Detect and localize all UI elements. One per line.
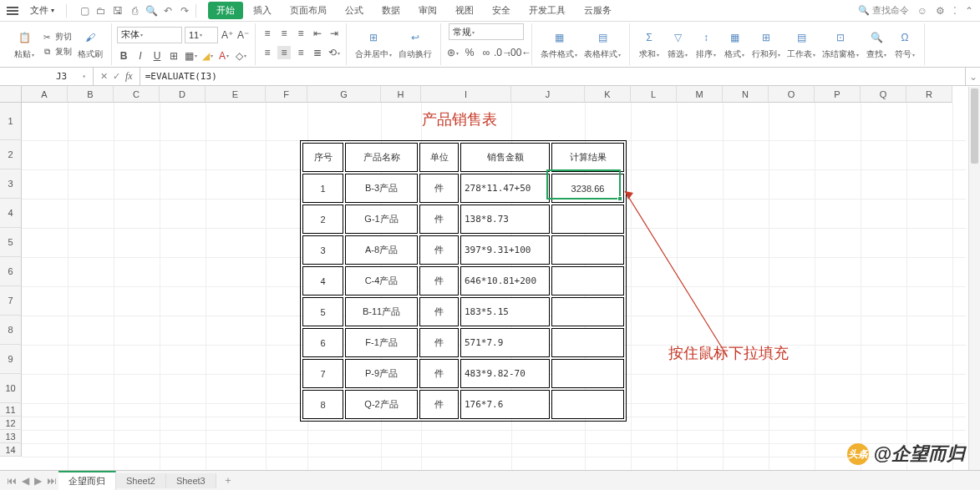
cell-unit[interactable]: 件 bbox=[419, 390, 459, 419]
table-row[interactable]: 3A-8产品件397*9.31+100 bbox=[302, 235, 624, 265]
tab-data[interactable]: 数据 bbox=[373, 2, 409, 19]
tab-developer[interactable]: 开发工具 bbox=[520, 2, 574, 19]
column-header[interactable]: L bbox=[631, 86, 677, 103]
merge-button[interactable]: ⊞合并居中 bbox=[352, 27, 395, 62]
new-icon[interactable]: ▢ bbox=[79, 5, 90, 17]
column-header[interactable]: A bbox=[22, 86, 68, 103]
collapse-icon[interactable]: ⌃ bbox=[965, 5, 973, 17]
cell-result[interactable] bbox=[551, 266, 624, 296]
decrease-decimal-icon[interactable]: .00← bbox=[513, 46, 526, 59]
cell-expr[interactable]: 176*7.6 bbox=[460, 390, 550, 419]
table-row[interactable]: 7P-9产品件483*9.82-70 bbox=[302, 359, 624, 388]
percent-icon[interactable]: % bbox=[463, 46, 476, 59]
cell-unit[interactable]: 件 bbox=[419, 174, 459, 203]
print-icon[interactable]: ⎙ bbox=[129, 5, 140, 17]
cell-result[interactable] bbox=[551, 205, 624, 234]
orientation-icon[interactable]: ⟲ bbox=[328, 46, 341, 59]
column-header[interactable]: Q bbox=[861, 86, 906, 103]
fill-color-icon[interactable]: ◢ bbox=[201, 49, 214, 63]
justify-icon[interactable]: ≣ bbox=[311, 46, 324, 59]
column-header[interactable]: G bbox=[307, 86, 381, 103]
cell-name[interactable]: F-1产品 bbox=[345, 328, 418, 357]
spreadsheet-grid[interactable]: ABCDEFGHIJKLMNOPQR 1234567891011121314 产… bbox=[0, 86, 980, 470]
align-left-icon[interactable]: ≡ bbox=[261, 46, 274, 59]
cell-no[interactable]: 4 bbox=[302, 266, 343, 296]
tab-view[interactable]: 视图 bbox=[447, 2, 482, 19]
cell-no[interactable]: 3 bbox=[302, 235, 343, 265]
accept-formula-icon[interactable]: ✓ bbox=[113, 71, 120, 82]
formula-input[interactable]: =EVALUATE(I3) bbox=[140, 68, 965, 85]
fill-handle[interactable] bbox=[617, 196, 622, 201]
column-header[interactable]: O bbox=[769, 86, 815, 103]
cell-unit[interactable]: 件 bbox=[419, 205, 459, 234]
font-name-select[interactable]: 宋体 bbox=[117, 27, 182, 43]
column-header[interactable]: J bbox=[511, 86, 585, 103]
tab-formula[interactable]: 公式 bbox=[337, 2, 372, 19]
sheet-tab-3[interactable]: Sheet3 bbox=[166, 473, 216, 488]
cell-name[interactable]: P-9产品 bbox=[345, 359, 418, 388]
cell-unit[interactable]: 件 bbox=[419, 297, 459, 326]
cell-expr[interactable]: 571*7.9 bbox=[460, 328, 550, 357]
minimize-ribbon-icon[interactable]: ⁚ bbox=[953, 5, 957, 17]
cell-expr[interactable]: 278*11.47+50 bbox=[460, 174, 550, 203]
row-header[interactable]: 1 bbox=[0, 103, 22, 140]
cell-expr[interactable]: 646*10.81+200 bbox=[460, 266, 550, 296]
rowcol-button[interactable]: ⊞行和列 bbox=[749, 27, 784, 62]
row-header[interactable]: 9 bbox=[0, 345, 22, 374]
cell-unit[interactable]: 件 bbox=[419, 266, 459, 296]
paste-button[interactable]: 📋粘贴 bbox=[10, 27, 38, 62]
cell-no[interactable]: 1 bbox=[302, 174, 343, 203]
select-all-corner[interactable] bbox=[0, 86, 22, 103]
indent-decrease-icon[interactable]: ⇤ bbox=[311, 27, 324, 40]
filter-button[interactable]: ▽筛选 bbox=[663, 27, 692, 62]
cell-result[interactable] bbox=[551, 235, 624, 265]
cell-result[interactable] bbox=[551, 390, 624, 419]
table-row[interactable]: 8Q-2产品件176*7.6 bbox=[302, 390, 624, 419]
sheet-tab-2[interactable]: Sheet2 bbox=[116, 473, 166, 488]
align-bottom-icon[interactable]: ≡ bbox=[294, 27, 307, 40]
row-header[interactable]: 2 bbox=[0, 140, 22, 169]
cell-no[interactable]: 8 bbox=[302, 390, 343, 419]
column-header[interactable]: E bbox=[206, 86, 266, 103]
column-header[interactable]: R bbox=[906, 86, 952, 103]
cut-button[interactable]: ✂剪切 bbox=[38, 30, 74, 43]
currency-icon[interactable]: ⊛ bbox=[446, 46, 460, 59]
cell-no[interactable]: 2 bbox=[302, 205, 343, 234]
cell-result[interactable] bbox=[551, 297, 624, 326]
cell-name[interactable]: Q-2产品 bbox=[345, 390, 418, 419]
column-header[interactable]: C bbox=[114, 86, 160, 103]
decrease-font-icon[interactable]: A⁻ bbox=[236, 28, 250, 42]
expand-formula-bar-icon[interactable]: ⌄ bbox=[965, 68, 980, 85]
cell-expr[interactable]: 183*5.15 bbox=[460, 297, 550, 326]
smile-icon[interactable]: ☺ bbox=[917, 5, 927, 17]
tab-pagelayout[interactable]: 页面布局 bbox=[282, 2, 335, 19]
table-row[interactable]: 6F-1产品件571*7.9 bbox=[302, 328, 624, 357]
row-header[interactable]: 4 bbox=[0, 199, 22, 228]
cell-result[interactable] bbox=[551, 359, 624, 388]
cell-no[interactable]: 6 bbox=[302, 328, 343, 357]
find-button[interactable]: 🔍查找 bbox=[862, 27, 891, 62]
tab-nav-last-icon[interactable]: ⏭ bbox=[47, 475, 57, 487]
file-menu[interactable]: 文件 bbox=[23, 3, 61, 18]
column-header[interactable]: H bbox=[381, 86, 421, 103]
row-header[interactable]: 6 bbox=[0, 257, 22, 286]
fx-icon[interactable]: fx bbox=[125, 70, 133, 83]
cell-no[interactable]: 5 bbox=[302, 297, 343, 326]
column-header[interactable]: D bbox=[160, 86, 206, 103]
row-header[interactable]: 10 bbox=[0, 374, 22, 403]
align-top-icon[interactable]: ≡ bbox=[261, 27, 274, 40]
tab-review[interactable]: 审阅 bbox=[410, 2, 445, 19]
search-command[interactable]: 🔍查找命令 bbox=[858, 4, 909, 17]
cell-name[interactable]: G-1产品 bbox=[345, 205, 418, 234]
align-middle-icon[interactable]: ≡ bbox=[277, 27, 291, 40]
align-right-icon[interactable]: ≡ bbox=[294, 46, 307, 59]
sum-button[interactable]: Σ求和 bbox=[635, 27, 663, 62]
cell-unit[interactable]: 件 bbox=[419, 328, 459, 357]
border-icon[interactable]: ▦ bbox=[184, 49, 197, 63]
tab-nav-next-icon[interactable]: ▶ bbox=[34, 475, 42, 487]
symbol-button[interactable]: Ω符号 bbox=[891, 27, 919, 62]
cell-name[interactable]: A-8产品 bbox=[345, 235, 418, 265]
undo-icon[interactable]: ↶ bbox=[162, 5, 174, 17]
sheet-tab-1[interactable]: 企望而归 bbox=[58, 471, 116, 490]
column-header[interactable]: N bbox=[723, 86, 769, 103]
